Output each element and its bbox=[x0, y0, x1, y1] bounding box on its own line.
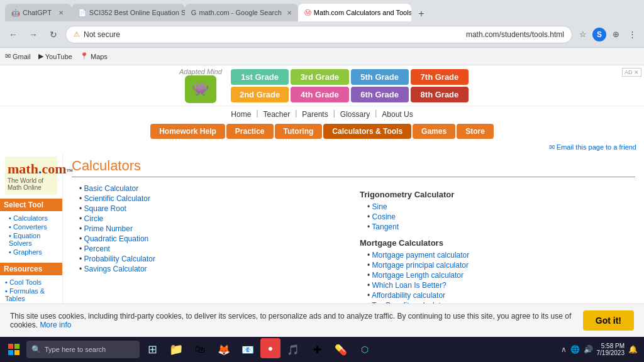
forward-button[interactable]: → bbox=[25, 26, 42, 43]
tab-favicon: 📄 bbox=[78, 9, 87, 17]
taskbar-notification-icon[interactable]: 🔔 bbox=[627, 344, 639, 355]
grade-6-button[interactable]: 6th Grade bbox=[351, 87, 409, 102]
calc-scientific[interactable]: Scientific Calculator bbox=[72, 194, 347, 204]
calc-mortgage-payment[interactable]: Mortgage payment calculator bbox=[360, 250, 635, 260]
sidebar-item-converters[interactable]: • Converters bbox=[5, 222, 57, 231]
calc-quadratic[interactable]: Quadratic Equation bbox=[72, 234, 347, 244]
nav-store[interactable]: Store bbox=[457, 124, 494, 139]
taskbar-app2[interactable]: 🎵 bbox=[282, 338, 304, 361]
sidebar-select-tool-title[interactable]: Select Tool bbox=[0, 199, 62, 211]
grade-2-button[interactable]: 2nd Grade bbox=[231, 87, 289, 102]
calc-mortgage-principal[interactable]: Mortgage principal calculator bbox=[360, 260, 635, 270]
taskbar-app4[interactable]: 💊 bbox=[330, 338, 352, 361]
cookie-accept-button[interactable]: Got it! bbox=[583, 310, 634, 331]
svg-rect-2 bbox=[8, 350, 13, 355]
grade-8-button[interactable]: 8th Grade bbox=[411, 87, 469, 102]
profile-icon[interactable]: S bbox=[592, 28, 606, 41]
calc-mortgage-length[interactable]: Mortgage Length calculator bbox=[360, 270, 635, 280]
tab-sci352[interactable]: 📄 SCI352 Best Online Equation Sol... ✕ bbox=[72, 4, 185, 21]
tab-google-search[interactable]: G math.com - Google Search ✕ bbox=[185, 4, 298, 21]
grade-7-button[interactable]: 7th Grade bbox=[411, 69, 469, 85]
sidebar-item-calculators[interactable]: • Calculators bbox=[5, 214, 57, 222]
sidebar-item-cool-tools[interactable]: • Cool Tools bbox=[5, 278, 57, 287]
taskbar-app5[interactable]: ⬡ bbox=[353, 338, 376, 361]
new-tab-button[interactable]: + bbox=[414, 6, 429, 21]
main-nav: Homework Help Practice Tutoring Calculat… bbox=[0, 121, 644, 141]
taskbar-volume-icon[interactable]: 🔊 bbox=[582, 344, 594, 355]
sidebar-resources-title[interactable]: Resources bbox=[0, 263, 62, 275]
taskbar-search-icon: 🔍 bbox=[31, 345, 41, 354]
address-bar[interactable]: ⚠ Not secure math.com/students/tools.htm… bbox=[65, 26, 572, 43]
calc-savings[interactable]: Savings Calculator bbox=[72, 264, 347, 274]
bookmark-maps[interactable]: 📍 Maps bbox=[80, 52, 108, 60]
sidebar-item-equation-solvers[interactable]: • Equation Solvers bbox=[5, 231, 57, 248]
tab-label: SCI352 Best Online Equation Sol... bbox=[89, 9, 185, 16]
sidebar-item-graphers[interactable]: • Graphers bbox=[5, 248, 57, 256]
back-button[interactable]: ← bbox=[5, 26, 21, 43]
sidebar-item-formulas[interactable]: • Formulas & Tables bbox=[5, 287, 57, 303]
calc-cosine[interactable]: Cosine bbox=[360, 212, 635, 222]
bookmark-star-icon[interactable]: ☆ bbox=[576, 28, 590, 41]
nav-calculators-tools[interactable]: Calculators & Tools bbox=[323, 124, 411, 139]
calc-probability[interactable]: Probability Calculator bbox=[72, 254, 347, 264]
grade-3-button[interactable]: 3rd Grade bbox=[291, 69, 348, 85]
nav-games[interactable]: Games bbox=[413, 124, 455, 139]
tab-label: math.com - Google Search bbox=[199, 9, 281, 16]
nav-tutoring[interactable]: Tutoring bbox=[275, 124, 323, 139]
taskbar-app3[interactable]: ✚ bbox=[306, 338, 328, 361]
tab-label: Math.com Calculators and Tools bbox=[314, 9, 411, 16]
grade-4-button[interactable]: 4th Grade bbox=[291, 87, 348, 102]
calc-affordability[interactable]: Affordability calculator bbox=[360, 290, 635, 300]
top-nav-links: Home | Teacher | Parents | Glossary | Ab… bbox=[0, 106, 644, 121]
tab-close[interactable]: ✕ bbox=[57, 8, 65, 17]
taskbar-file-explorer[interactable]: 📁 bbox=[165, 338, 187, 361]
tab-mathcom[interactable]: Ⓜ Math.com Calculators and Tools ✕ bbox=[298, 4, 411, 21]
youtube-icon: ▶ bbox=[38, 52, 43, 60]
calc-sine[interactable]: Sine bbox=[360, 202, 635, 212]
taskbar-store[interactable]: 🛍 bbox=[189, 338, 211, 361]
tab-favicon: G bbox=[191, 9, 197, 16]
taskbar-up-arrow-icon[interactable]: ∧ bbox=[560, 344, 568, 355]
calc-percent[interactable]: Percent bbox=[72, 244, 347, 254]
extensions-icon[interactable]: ⊕ bbox=[609, 28, 623, 41]
bookmark-youtube[interactable]: ▶ YouTube bbox=[38, 52, 72, 60]
adapted-mind-label: Adapted Mind bbox=[179, 68, 222, 75]
nav-homework-help[interactable]: Homework Help bbox=[150, 124, 225, 139]
taskbar-email[interactable]: 📧 bbox=[236, 338, 259, 361]
cookie-more-info-link[interactable]: More info bbox=[40, 321, 71, 329]
grade-1-button[interactable]: 1st Grade bbox=[231, 69, 289, 85]
taskbar-task-view[interactable]: ⊞ bbox=[141, 338, 164, 361]
taskbar-clock[interactable]: 5:58 PM 7/19/2023 bbox=[597, 343, 625, 356]
grade-5-button[interactable]: 5th Grade bbox=[351, 69, 409, 85]
taskbar-app1[interactable]: ● bbox=[260, 338, 280, 358]
calc-tangent[interactable]: Tangent bbox=[360, 222, 635, 232]
email-friend-link[interactable]: ✉ Email this page to a friend bbox=[549, 143, 636, 151]
tab-chatgpt[interactable]: 🤖 ChatGPT ✕ bbox=[5, 4, 72, 21]
calc-which-loan[interactable]: Which Loan Is Better? bbox=[360, 280, 635, 290]
nav-home[interactable]: Home bbox=[226, 109, 256, 120]
calc-circle[interactable]: Circle bbox=[72, 214, 347, 224]
tab-close[interactable]: ✕ bbox=[287, 8, 292, 17]
calc-basic[interactable]: Basic Calculator bbox=[72, 184, 347, 194]
taskbar-firefox[interactable]: 🦊 bbox=[213, 338, 235, 361]
menu-icon[interactable]: ⋮ bbox=[625, 28, 639, 41]
adapted-mind-logo[interactable]: Adapted Mind 👾 bbox=[175, 68, 226, 103]
maps-icon: 📍 bbox=[80, 52, 89, 60]
mortgage-section-title: Mortgage Calculators bbox=[360, 238, 635, 248]
taskbar-network-icon[interactable]: 🌐 bbox=[569, 344, 581, 355]
nav-teacher[interactable]: Teacher bbox=[258, 109, 296, 120]
reload-button[interactable]: ↻ bbox=[45, 26, 62, 43]
address-bar-row: ← → ↻ ⚠ Not secure math.com/students/too… bbox=[0, 21, 644, 48]
svg-rect-3 bbox=[14, 350, 19, 355]
taskbar-start-button[interactable] bbox=[3, 338, 25, 361]
nav-glossary[interactable]: Glossary bbox=[335, 109, 375, 120]
taskbar-date-text: 7/19/2023 bbox=[597, 349, 625, 356]
calc-prime-number[interactable]: Prime Number bbox=[72, 224, 347, 234]
nav-practice[interactable]: Practice bbox=[226, 124, 274, 139]
nav-parents[interactable]: Parents bbox=[297, 109, 333, 120]
nav-aboutus[interactable]: About Us bbox=[377, 109, 418, 120]
taskbar-time-text: 5:58 PM bbox=[597, 343, 625, 349]
bookmark-gmail[interactable]: ✉ Gmail bbox=[5, 52, 31, 60]
calc-square-root[interactable]: Square Root bbox=[72, 204, 347, 214]
taskbar-search-box[interactable]: 🔍 Type here to search bbox=[26, 341, 140, 358]
